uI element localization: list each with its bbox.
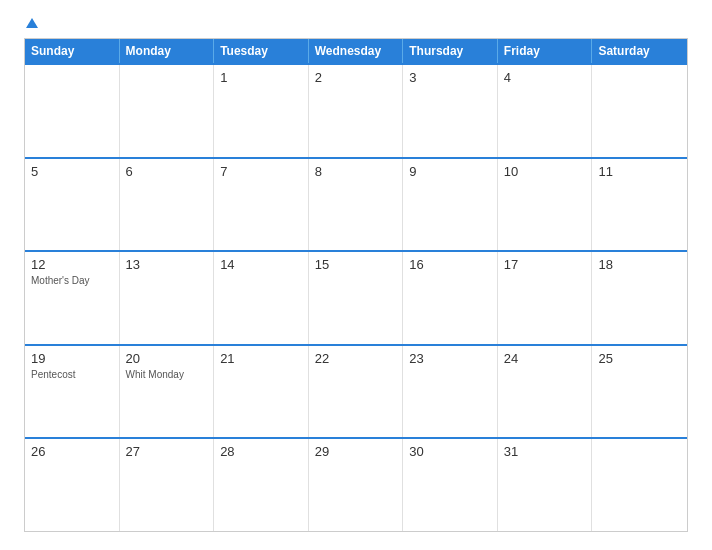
calendar-day-cell <box>120 65 215 157</box>
calendar-day-cell: 12Mother's Day <box>25 252 120 344</box>
day-number: 9 <box>409 164 491 179</box>
day-number: 15 <box>315 257 397 272</box>
calendar-day-cell: 31 <box>498 439 593 531</box>
calendar-day-cell: 25 <box>592 346 687 438</box>
day-number: 2 <box>315 70 397 85</box>
calendar-week-row: 19Pentecost20Whit Monday2122232425 <box>25 344 687 438</box>
calendar-day-cell: 11 <box>592 159 687 251</box>
calendar-day-cell: 10 <box>498 159 593 251</box>
calendar-week-row: 1234 <box>25 63 687 157</box>
day-number: 28 <box>220 444 302 459</box>
calendar-day-cell: 27 <box>120 439 215 531</box>
logo-blue-text <box>24 18 38 28</box>
calendar-day-cell: 23 <box>403 346 498 438</box>
calendar-day-cell: 9 <box>403 159 498 251</box>
day-number: 14 <box>220 257 302 272</box>
calendar-day-cell: 15 <box>309 252 404 344</box>
day-number: 3 <box>409 70 491 85</box>
calendar-day-cell: 28 <box>214 439 309 531</box>
day-number: 23 <box>409 351 491 366</box>
calendar-day-cell: 4 <box>498 65 593 157</box>
day-number: 26 <box>31 444 113 459</box>
calendar-day-cell <box>592 439 687 531</box>
day-number: 25 <box>598 351 681 366</box>
day-number: 27 <box>126 444 208 459</box>
day-number: 19 <box>31 351 113 366</box>
day-number: 4 <box>504 70 586 85</box>
calendar-header-row: SundayMondayTuesdayWednesdayThursdayFrid… <box>25 39 687 63</box>
day-event: Mother's Day <box>31 274 113 287</box>
calendar-day-cell: 6 <box>120 159 215 251</box>
day-number: 24 <box>504 351 586 366</box>
day-event: Whit Monday <box>126 368 208 381</box>
day-number: 11 <box>598 164 681 179</box>
calendar-header-cell: Tuesday <box>214 39 309 63</box>
day-number: 6 <box>126 164 208 179</box>
calendar-day-cell: 18 <box>592 252 687 344</box>
calendar-day-cell: 21 <box>214 346 309 438</box>
calendar-day-cell: 14 <box>214 252 309 344</box>
day-number: 20 <box>126 351 208 366</box>
calendar-day-cell: 26 <box>25 439 120 531</box>
calendar-day-cell: 29 <box>309 439 404 531</box>
calendar-day-cell: 2 <box>309 65 404 157</box>
logo-triangle-icon <box>26 18 38 28</box>
calendar-day-cell: 1 <box>214 65 309 157</box>
day-number: 22 <box>315 351 397 366</box>
calendar-day-cell: 5 <box>25 159 120 251</box>
day-number: 21 <box>220 351 302 366</box>
calendar-day-cell: 22 <box>309 346 404 438</box>
calendar-day-cell: 17 <box>498 252 593 344</box>
day-number: 30 <box>409 444 491 459</box>
day-number: 8 <box>315 164 397 179</box>
logo <box>24 18 38 28</box>
calendar-week-row: 262728293031 <box>25 437 687 531</box>
calendar-header-cell: Sunday <box>25 39 120 63</box>
day-number: 29 <box>315 444 397 459</box>
calendar-day-cell: 30 <box>403 439 498 531</box>
calendar-header-cell: Wednesday <box>309 39 404 63</box>
calendar-day-cell: 16 <box>403 252 498 344</box>
calendar-week-row: 567891011 <box>25 157 687 251</box>
calendar-day-cell: 3 <box>403 65 498 157</box>
day-number: 17 <box>504 257 586 272</box>
day-event: Pentecost <box>31 368 113 381</box>
day-number: 31 <box>504 444 586 459</box>
calendar-day-cell <box>592 65 687 157</box>
day-number: 5 <box>31 164 113 179</box>
calendar-day-cell: 8 <box>309 159 404 251</box>
calendar-week-row: 12Mother's Day131415161718 <box>25 250 687 344</box>
day-number: 7 <box>220 164 302 179</box>
calendar-header-cell: Friday <box>498 39 593 63</box>
calendar-header-cell: Thursday <box>403 39 498 63</box>
day-number: 16 <box>409 257 491 272</box>
calendar-header-cell: Saturday <box>592 39 687 63</box>
calendar-day-cell: 13 <box>120 252 215 344</box>
calendar-header-cell: Monday <box>120 39 215 63</box>
calendar-day-cell: 7 <box>214 159 309 251</box>
day-number: 1 <box>220 70 302 85</box>
calendar-day-cell: 19Pentecost <box>25 346 120 438</box>
calendar-day-cell <box>25 65 120 157</box>
day-number: 10 <box>504 164 586 179</box>
page: SundayMondayTuesdayWednesdayThursdayFrid… <box>0 0 712 550</box>
day-number: 18 <box>598 257 681 272</box>
calendar-day-cell: 24 <box>498 346 593 438</box>
calendar-day-cell: 20Whit Monday <box>120 346 215 438</box>
calendar: SundayMondayTuesdayWednesdayThursdayFrid… <box>24 38 688 532</box>
day-number: 13 <box>126 257 208 272</box>
day-number: 12 <box>31 257 113 272</box>
calendar-body: 123456789101112Mother's Day1314151617181… <box>25 63 687 531</box>
header <box>24 18 688 28</box>
